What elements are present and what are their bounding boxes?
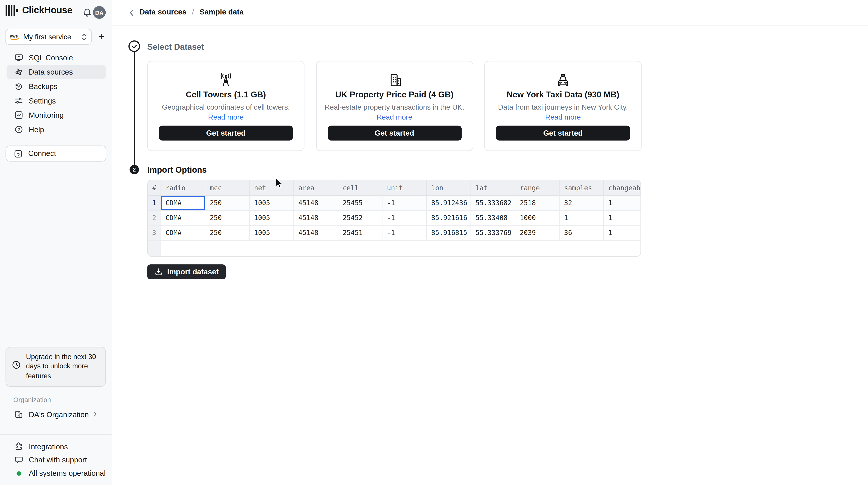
- dataset-card-cell-towers: Cell Towers (1.1 GB) Geographical coordi…: [147, 61, 304, 151]
- import-dataset-label: Import dataset: [167, 268, 219, 276]
- connect-icon: [14, 149, 23, 158]
- table-cell[interactable]: 1: [604, 196, 641, 211]
- dataset-title: Cell Towers (1.1 GB): [148, 90, 304, 99]
- row-number: 2: [148, 211, 161, 226]
- column-header: unit: [382, 180, 427, 196]
- system-status[interactable]: All systems operational: [14, 469, 105, 478]
- table-cell[interactable]: 45148: [294, 211, 338, 226]
- avatar[interactable]: DA: [93, 6, 105, 19]
- table-cell[interactable]: 1000: [516, 211, 560, 226]
- table-cell[interactable]: 1: [604, 211, 641, 226]
- download-icon: [154, 268, 163, 276]
- taxi-icon: [485, 72, 641, 88]
- sidebar-item-label: Monitoring: [29, 111, 64, 119]
- dataset-title: New York Taxi Data (930 MB): [485, 90, 641, 99]
- table-cell[interactable]: CDMA: [161, 211, 205, 226]
- upgrade-banner[interactable]: Upgrade in the next 30 days to unlock mo…: [5, 347, 105, 387]
- brand-name: ClickHouse: [22, 5, 72, 16]
- table-cell[interactable]: 1005: [250, 226, 294, 241]
- table-cell[interactable]: 1: [604, 226, 641, 241]
- puzzle-icon: [14, 442, 23, 451]
- row-number: 3: [148, 226, 161, 241]
- service-selector[interactable]: aws My first service: [5, 29, 92, 45]
- sidebar-item-settings[interactable]: Settings: [6, 94, 105, 108]
- table-cell[interactable]: 1: [560, 211, 604, 226]
- table-cell[interactable]: 250: [205, 226, 250, 241]
- step2-number-badge: 2: [130, 165, 139, 174]
- building-icon: [316, 72, 472, 88]
- breadcrumb-sample-data[interactable]: Sample data: [200, 8, 244, 16]
- table-cell[interactable]: 25451: [338, 226, 383, 241]
- table-cell-selected[interactable]: CDMA: [161, 196, 205, 211]
- table-cell[interactable]: 55.333769: [471, 226, 516, 241]
- column-header: net: [250, 180, 294, 196]
- table-cell[interactable]: 45148: [294, 226, 338, 241]
- table-cell[interactable]: 1005: [250, 211, 294, 226]
- table-cell[interactable]: 32: [560, 196, 604, 211]
- table-cell[interactable]: 250: [205, 211, 250, 226]
- sidebar-item-sql-console[interactable]: SQL Console: [6, 51, 105, 65]
- table-cell[interactable]: 36: [560, 226, 604, 241]
- table-cell[interactable]: 55.33408: [471, 211, 516, 226]
- import-dataset-button[interactable]: Import dataset: [147, 264, 226, 279]
- sidebar-item-help[interactable]: ? Help: [6, 122, 105, 137]
- sidebar-item-label: Backups: [29, 82, 57, 90]
- sidebar-item-label: Help: [29, 125, 44, 134]
- table-cell[interactable]: -1: [382, 196, 427, 211]
- topbar: Data sources / Sample data: [113, 0, 868, 26]
- organization-section-label: Organization: [13, 396, 51, 404]
- table-cell[interactable]: 85.921616: [427, 211, 471, 226]
- add-service-button[interactable]: +: [96, 29, 107, 44]
- read-more-link[interactable]: Read more: [148, 113, 304, 121]
- table-cell[interactable]: 45148: [294, 196, 338, 211]
- table-cell[interactable]: 25455: [338, 196, 383, 211]
- back-chevron-icon[interactable]: [128, 9, 135, 17]
- data-preview-table: # radio mcc net area cell unit lon lat r…: [147, 180, 641, 257]
- row-number: 1: [148, 196, 161, 211]
- read-more-link[interactable]: Read more: [316, 113, 472, 121]
- table-cell[interactable]: 1005: [250, 196, 294, 211]
- table-cell[interactable]: -1: [382, 211, 427, 226]
- sidebar-item-data-sources[interactable]: Data sources: [6, 65, 105, 79]
- table-cell[interactable]: 2518: [516, 196, 560, 211]
- column-header: lon: [427, 180, 471, 196]
- sql-console-icon: [14, 53, 23, 62]
- sidebar-item-integrations[interactable]: Integrations: [14, 442, 68, 451]
- table-cell[interactable]: 85.916815: [427, 226, 471, 241]
- table-cell[interactable]: 250: [205, 196, 250, 211]
- table-cell[interactable]: -1: [382, 226, 427, 241]
- sidebar-nav: SQL Console Data sources Backups Setting…: [0, 51, 113, 137]
- connect-button[interactable]: Connect: [5, 146, 106, 162]
- get-started-button[interactable]: Get started: [328, 126, 461, 140]
- sidebar-item-label: Data sources: [29, 68, 73, 76]
- get-started-button[interactable]: Get started: [159, 126, 293, 140]
- dataset-title: UK Property Price Paid (4 GB): [316, 90, 472, 99]
- table-cell[interactable]: 25452: [338, 211, 383, 226]
- read-more-link[interactable]: Read more: [485, 113, 641, 121]
- brand-logo[interactable]: ClickHouse: [5, 5, 72, 16]
- chevron-right-icon[interactable]: [92, 411, 98, 418]
- table-cell[interactable]: 2039: [516, 226, 560, 241]
- sidebar-item-backups[interactable]: Backups: [6, 79, 105, 94]
- table-cell[interactable]: CDMA: [161, 226, 205, 241]
- sidebar-item-monitoring[interactable]: Monitoring: [6, 108, 105, 122]
- footer-item-label: Chat with support: [29, 456, 87, 464]
- clickhouse-logo-icon: [5, 5, 18, 16]
- table-cell[interactable]: 85.912436: [427, 196, 471, 211]
- organization-row[interactable]: DA's Organization: [14, 410, 103, 419]
- column-header: #: [148, 180, 161, 196]
- column-header: samples: [560, 180, 604, 196]
- breadcrumb-data-sources[interactable]: Data sources: [140, 8, 187, 16]
- status-dot: [17, 471, 21, 476]
- breadcrumb-separator: /: [192, 8, 194, 16]
- breadcrumb: Data sources / Sample data: [140, 8, 244, 16]
- check-icon: [131, 43, 137, 50]
- dataset-card-ny-taxi: New York Taxi Data (930 MB) Data from ta…: [485, 61, 642, 151]
- notifications-bell-icon[interactable]: [83, 8, 92, 18]
- table-cell[interactable]: 55.333682: [471, 196, 516, 211]
- table-row: 1 CDMA 250 1005 45148 25455 -1 85.912436…: [148, 196, 641, 211]
- dataset-description: Data from taxi journeys in New York City…: [485, 103, 641, 111]
- get-started-button[interactable]: Get started: [496, 126, 630, 140]
- sidebar-item-chat-support[interactable]: Chat with support: [14, 455, 87, 464]
- select-dataset-heading: Select Dataset: [147, 42, 204, 52]
